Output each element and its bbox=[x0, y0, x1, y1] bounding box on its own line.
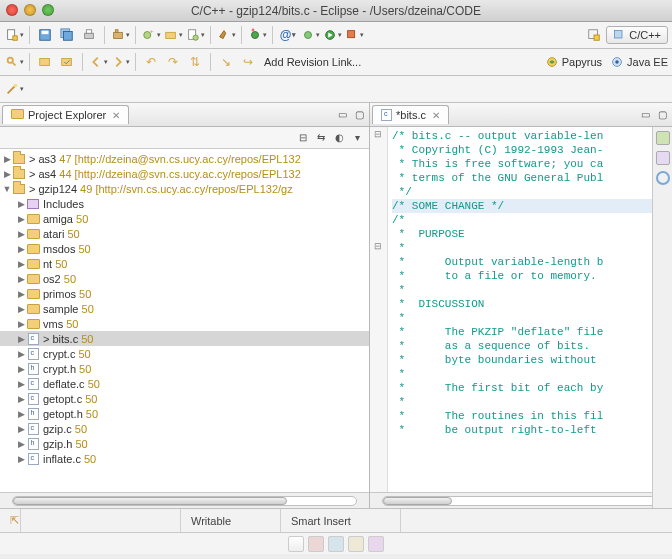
tasks-trim-icon[interactable] bbox=[328, 536, 344, 552]
project-tree[interactable]: ▶> as3 47 [http://dzeina@svn.cs.ucy.ac.c… bbox=[0, 149, 369, 492]
editor-tab-bits-c[interactable]: *bits.c ✕ bbox=[372, 105, 449, 124]
tree-row[interactable]: ▶amiga 50 bbox=[0, 211, 369, 226]
task-list-trim-icon[interactable] bbox=[656, 171, 670, 185]
tree-row[interactable]: ▶gzip.h 50 bbox=[0, 436, 369, 451]
focus-task-icon[interactable]: ◐ bbox=[331, 130, 347, 146]
close-view-icon[interactable]: ✕ bbox=[112, 110, 120, 121]
drop-to-frame-button[interactable]: ⇅ bbox=[185, 52, 205, 72]
tree-row[interactable]: ▶> as3 47 [http://dzeina@svn.cs.ucy.ac.c… bbox=[0, 151, 369, 166]
disclosure-arrow-icon[interactable]: ▶ bbox=[16, 289, 26, 299]
minimize-view-icon[interactable]: ▭ bbox=[334, 107, 350, 123]
tree-row[interactable]: ▶sample 50 bbox=[0, 301, 369, 316]
tree-row[interactable]: ▶os2 50 bbox=[0, 271, 369, 286]
search-button[interactable]: ▾ bbox=[4, 52, 24, 72]
tree-row[interactable]: ▶crypt.h 50 bbox=[0, 361, 369, 376]
tree-row[interactable]: ▶nt 50 bbox=[0, 256, 369, 271]
save-button[interactable] bbox=[35, 25, 55, 45]
tree-row[interactable]: ▼> gzip124 49 [http://svn.cs.ucy.ac.cy/r… bbox=[0, 181, 369, 196]
disclosure-arrow-icon[interactable]: ▶ bbox=[16, 409, 26, 419]
profile-button[interactable]: ▾ bbox=[300, 25, 320, 45]
terminal-trim-icon[interactable] bbox=[368, 536, 384, 552]
disclosure-arrow-icon[interactable]: ▶ bbox=[16, 319, 26, 329]
editor-horizontal-scrollbar[interactable] bbox=[370, 492, 672, 508]
close-window-button[interactable] bbox=[6, 4, 18, 16]
minimize-window-button[interactable] bbox=[24, 4, 36, 16]
disclosure-arrow-icon[interactable]: ▶ bbox=[16, 439, 26, 449]
maximize-view-icon[interactable]: ▢ bbox=[351, 107, 367, 123]
tree-row[interactable]: ▶msdos 50 bbox=[0, 241, 369, 256]
zoom-window-button[interactable] bbox=[42, 4, 54, 16]
disclosure-arrow-icon[interactable]: ▶ bbox=[16, 274, 26, 284]
external-tools-button[interactable]: ▾ bbox=[344, 25, 364, 45]
save-all-button[interactable] bbox=[57, 25, 77, 45]
disclosure-arrow-icon[interactable]: ▶ bbox=[16, 229, 26, 239]
tree-row[interactable]: ▶inflate.c 50 bbox=[0, 451, 369, 466]
next-annotation-button[interactable]: ▾ bbox=[110, 52, 130, 72]
link-with-editor-icon[interactable]: ⇆ bbox=[313, 130, 329, 146]
editor-area[interactable]: ⊟ ⊟ /* bits.c -- output variable-len * C… bbox=[370, 127, 672, 492]
perspective-javaee[interactable]: Java EE bbox=[610, 55, 668, 69]
disclosure-arrow-icon[interactable]: ▶ bbox=[16, 424, 26, 434]
properties-trim-icon[interactable] bbox=[348, 536, 364, 552]
at-button[interactable]: @▾ bbox=[278, 25, 298, 45]
minimize-editor-icon[interactable]: ▭ bbox=[637, 107, 653, 123]
open-task-button[interactable] bbox=[57, 52, 77, 72]
wand-button[interactable]: ▾ bbox=[4, 79, 24, 99]
print-button[interactable] bbox=[79, 25, 99, 45]
make-targets-trim-icon[interactable] bbox=[656, 151, 670, 165]
tree-row[interactable]: ▶crypt.c 50 bbox=[0, 346, 369, 361]
tree-row[interactable]: ▶> as4 44 [http://dzeina@svn.cs.ucy.ac.c… bbox=[0, 166, 369, 181]
tree-row[interactable]: ▶getopt.c 50 bbox=[0, 391, 369, 406]
tree-row[interactable]: ▶atari 50 bbox=[0, 226, 369, 241]
disclosure-arrow-icon[interactable]: ▼ bbox=[2, 184, 12, 194]
disclosure-arrow-icon[interactable]: ▶ bbox=[16, 199, 26, 209]
problems-trim-icon[interactable] bbox=[308, 536, 324, 552]
editor-content[interactable]: /* bits.c -- output variable-len * Copyr… bbox=[388, 127, 658, 492]
redo-button[interactable]: ↷ bbox=[163, 52, 183, 72]
new-source-file-button[interactable]: ▾ bbox=[185, 25, 205, 45]
editor-gutter[interactable]: ⊟ ⊟ bbox=[370, 127, 388, 492]
debug-button[interactable]: #▾ bbox=[247, 25, 267, 45]
step-over-button[interactable]: ↪ bbox=[238, 52, 258, 72]
view-menu-icon[interactable]: ▾ bbox=[349, 130, 365, 146]
step-into-button[interactable]: ↘ bbox=[216, 52, 236, 72]
collapse-all-icon[interactable]: ⊟ bbox=[295, 130, 311, 146]
undo-button[interactable]: ↶ bbox=[141, 52, 161, 72]
tree-row[interactable]: ▶vms 50 bbox=[0, 316, 369, 331]
tree-horizontal-scrollbar[interactable] bbox=[0, 492, 369, 508]
run-button[interactable]: ▾ bbox=[322, 25, 342, 45]
tree-row[interactable]: ▶primos 50 bbox=[0, 286, 369, 301]
tree-row[interactable]: ▶gzip.c 50 bbox=[0, 421, 369, 436]
disclosure-arrow-icon[interactable]: ▶ bbox=[16, 214, 26, 224]
build-button[interactable]: ▾ bbox=[216, 25, 236, 45]
perspective-cpp[interactable]: C/C++ bbox=[606, 26, 668, 44]
new-folder-button[interactable]: ▾ bbox=[163, 25, 183, 45]
outline-trim-icon[interactable] bbox=[656, 131, 670, 145]
build-project-button[interactable]: ▾ bbox=[110, 25, 130, 45]
tree-row[interactable]: ▶Includes bbox=[0, 196, 369, 211]
disclosure-arrow-icon[interactable]: ▶ bbox=[16, 259, 26, 269]
disclosure-arrow-icon[interactable]: ▶ bbox=[2, 169, 12, 179]
disclosure-arrow-icon[interactable]: ▶ bbox=[16, 244, 26, 254]
prev-annotation-button[interactable]: ▾ bbox=[88, 52, 108, 72]
perspective-papyrus[interactable]: Papyrus bbox=[545, 55, 602, 69]
disclosure-arrow-icon[interactable]: ▶ bbox=[16, 364, 26, 374]
disclosure-arrow-icon[interactable]: ▶ bbox=[16, 394, 26, 404]
new-cpp-class-button[interactable]: +▾ bbox=[141, 25, 161, 45]
close-tab-icon[interactable]: ✕ bbox=[432, 110, 440, 121]
add-revision-link[interactable]: Add Revision Link... bbox=[260, 56, 365, 68]
maximize-editor-icon[interactable]: ▢ bbox=[654, 107, 670, 123]
open-perspective-button[interactable] bbox=[584, 25, 604, 45]
project-explorer-tab[interactable]: Project Explorer ✕ bbox=[2, 105, 129, 124]
tree-row[interactable]: ▶> bits.c 50 bbox=[0, 331, 369, 346]
disclosure-arrow-icon[interactable]: ▶ bbox=[16, 454, 26, 464]
tree-row[interactable]: ▶getopt.h 50 bbox=[0, 406, 369, 421]
disclosure-arrow-icon[interactable]: ▶ bbox=[16, 379, 26, 389]
open-type-button[interactable] bbox=[35, 52, 55, 72]
disclosure-arrow-icon[interactable]: ▶ bbox=[16, 334, 26, 344]
console-trim-icon[interactable] bbox=[288, 536, 304, 552]
new-button[interactable]: ▾ bbox=[4, 25, 24, 45]
disclosure-arrow-icon[interactable]: ▶ bbox=[2, 154, 12, 164]
disclosure-arrow-icon[interactable]: ▶ bbox=[16, 349, 26, 359]
tree-row[interactable]: ▶deflate.c 50 bbox=[0, 376, 369, 391]
